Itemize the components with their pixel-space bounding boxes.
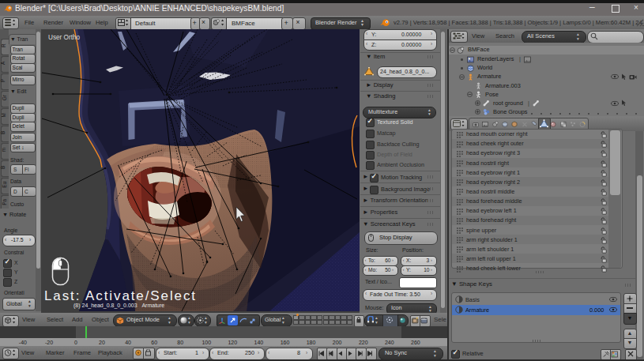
svg-text:(8) 24_head_0.8_0_0.003 Arma: (8) 24_head_0.8_0_0.003 Armature: [73, 303, 164, 309]
svg-text:Last: Activate/Select: Last: Activate/Select: [44, 288, 197, 303]
svg-text:User Ortho: User Ortho: [48, 34, 80, 41]
